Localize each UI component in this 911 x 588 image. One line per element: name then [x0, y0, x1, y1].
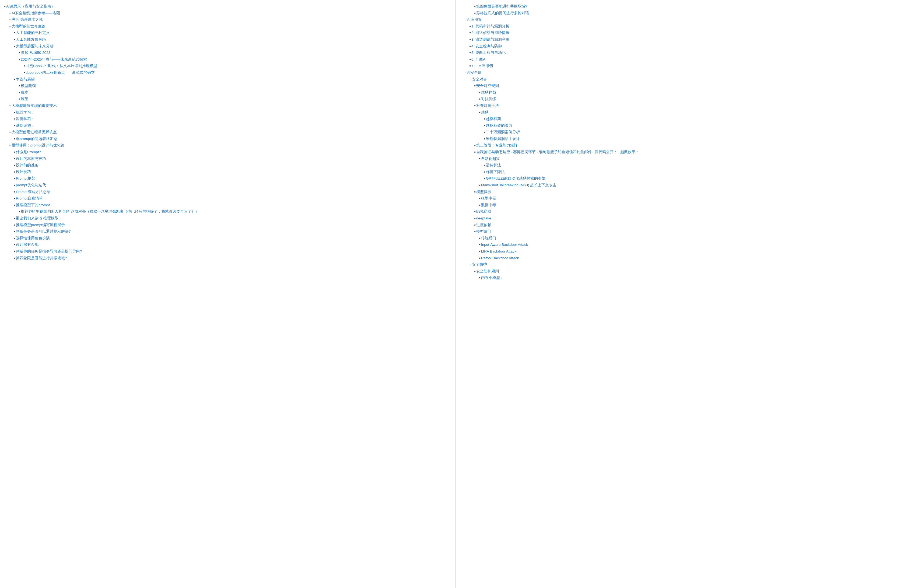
nav-link[interactable]: 第四象限是否能进行共振场域?	[476, 4, 527, 8]
nav-link[interactable]: 判断任务是否可以通过提示解决?	[16, 229, 71, 233]
nav-link[interactable]: 越狱框架	[486, 117, 501, 121]
nav-link[interactable]: 那么我们来谈谈 推理模型	[16, 216, 58, 220]
list-item[interactable]: ■ 基础设施：	[4, 123, 451, 129]
nav-link[interactable]: LIRA Backdoor Attack	[481, 249, 516, 254]
list-item[interactable]: ■ Many-shot Jailbreaking (MSJ) 超长上下文攻击	[460, 182, 907, 188]
nav-link[interactable]: 机器学习：	[16, 110, 35, 115]
nav-link[interactable]: 越狱	[481, 110, 489, 115]
nav-link[interactable]: 隐私窃取	[476, 210, 491, 213]
nav-link[interactable]: 推理模型下的prompt	[16, 203, 50, 207]
nav-link[interactable]: AI应用篇	[467, 18, 482, 21]
list-item[interactable]: ■ 安全对齐规则	[460, 82, 907, 89]
list-item[interactable]: ■ 自动化越狱	[460, 156, 907, 162]
list-item[interactable]: ■ 判断任务是否可以通过提示解决?	[4, 228, 451, 234]
list-item[interactable]: ■ 对抗训练	[460, 96, 907, 102]
nav-link[interactable]: 设计的本质与技巧	[16, 157, 46, 161]
nav-link[interactable]: 设计技巧	[16, 170, 31, 174]
list-item[interactable]: ■ 机器学习：	[4, 109, 451, 115]
nav-link[interactable]: prompt优化与迭代	[16, 183, 46, 187]
nav-link[interactable]: 推荐乔哈里视窗判断人机盲区 达成对齐（摘取一念星球张凯寓（他已经写的很好了，我就…	[21, 210, 199, 213]
nav-link[interactable]: 模型使用：prompt设计与优化篇	[11, 143, 65, 147]
list-item[interactable]: ■ 人工智能发展脉络：	[4, 36, 451, 42]
list-item[interactable]: ○ 大模型的前世今生篇	[4, 23, 451, 29]
list-item[interactable]: ■ 自我验证与动态响应 · 赛博挖洞环节 · 缅甸割腰子钓鱼短信和钓鱼邮件 · …	[460, 149, 907, 155]
list-item[interactable]: ■ Input-Aware Backdoor Attack	[460, 241, 907, 248]
list-item[interactable]: ■ 设计的本质与技巧	[4, 156, 451, 162]
list-item[interactable]: ■ AI迷思录（应用与安全指南）	[4, 3, 451, 10]
nav-link[interactable]: 展望	[21, 97, 28, 101]
nav-link[interactable]: 成本	[21, 90, 28, 95]
list-item[interactable]: ○ 安全对齐	[460, 76, 907, 82]
nav-link[interactable]: AI安全路线指南参考——洛熙	[11, 11, 60, 15]
nav-link[interactable]: Prompt框架	[16, 176, 35, 180]
list-item[interactable]: ■ Refool Backdoor Attack	[460, 255, 907, 261]
nav-link[interactable]: 2. 网络侦察与威胁情报	[472, 31, 509, 35]
list-item[interactable]: ■ LIRA Backdoor Attack	[460, 248, 907, 254]
nav-link[interactable]: 对抗训练	[481, 97, 496, 101]
list-item[interactable]: ■ 2. 网络侦察与威胁情报	[460, 30, 907, 36]
nav-link[interactable]: 序言-炼丹道术之说	[11, 18, 43, 21]
list-item[interactable]: ■ 过度依赖	[460, 222, 907, 228]
list-item[interactable]: ■ 米斯特漏洞助手设计	[460, 136, 907, 142]
list-item[interactable]: ■ 梯度下降法	[460, 169, 907, 175]
list-item[interactable]: ○ 大模型使用过程常见踩坑点	[4, 129, 451, 135]
list-item[interactable]: ■ GPTFUZZER自动化越狱探索的引擎	[460, 175, 907, 181]
nav-link[interactable]: 设计前的准备	[16, 163, 39, 167]
nav-link[interactable]: 3. 渗透测试与漏洞利用	[472, 37, 509, 42]
nav-link[interactable]: 设计留有余地	[16, 242, 39, 247]
list-item[interactable]: ■ 大模型起源与未来分析	[4, 43, 451, 49]
list-item[interactable]: ■ 那么我们来谈谈 推理模型	[4, 215, 451, 221]
list-item[interactable]: ○ 模型使用：prompt设计与优化篇	[4, 142, 451, 149]
nav-link[interactable]: 模型中毒	[481, 196, 496, 200]
nav-link[interactable]: 大模型的前世今生篇	[11, 24, 45, 28]
list-item[interactable]: ■ 推理模型prompt编写流程展示	[4, 222, 451, 228]
nav-link[interactable]: 大模型起源与未来分析	[16, 44, 53, 48]
nav-link[interactable]: Ai安全篇	[467, 71, 481, 74]
nav-link[interactable]: 安全防护规则	[476, 269, 499, 273]
list-item[interactable]: ■ 推理模型下的prompt	[4, 202, 451, 208]
list-item[interactable]: ■ Prompt框架	[4, 175, 451, 181]
nav-link[interactable]: 苏格拉底式的提问进行多轮对话	[476, 11, 529, 15]
nav-link[interactable]: 什么是Prompt?	[16, 150, 41, 154]
list-item[interactable]: ■ 设计留有余地	[4, 241, 451, 248]
list-item[interactable]: ■ 对齐对抗手法	[460, 103, 907, 109]
nav-link[interactable]: deep seek的工程创新点——新范式的确立	[26, 71, 95, 74]
list-item[interactable]: ■ 6. 厂商AI	[460, 56, 907, 63]
nav-link[interactable]: 米斯特漏洞助手设计	[486, 137, 520, 141]
list-item[interactable]: ■ 越狱框架	[460, 116, 907, 122]
nav-link[interactable]: 6. 厂商AI	[472, 57, 486, 61]
list-item[interactable]: ■ 非prompt的问题表格汇总	[4, 136, 451, 142]
nav-link[interactable]: 安全对齐	[472, 77, 487, 81]
nav-link[interactable]: 判断你的任务是指令导向还是提问导向?	[16, 249, 82, 254]
list-item[interactable]: ■ 传统后门	[460, 235, 907, 241]
list-item[interactable]: ○ AI应用篇	[460, 16, 907, 23]
nav-link[interactable]: 对齐对抗手法	[476, 103, 499, 108]
nav-link[interactable]: 安全对齐规则	[476, 84, 499, 88]
nav-link[interactable]: 安全防护	[472, 263, 487, 267]
list-item[interactable]: ■ 2024年-2025年春节——未来新范式探索	[4, 56, 451, 63]
list-item[interactable]: ■ 越狱拦截	[460, 89, 907, 95]
nav-link[interactable]: 越狱框架的潜力	[486, 124, 512, 128]
nav-link[interactable]: Input-Aware Backdoor Attack	[481, 242, 528, 247]
list-item[interactable]: ■ 越狱框架的潜力	[460, 123, 907, 129]
nav-link[interactable]: 内置小模型：	[481, 276, 504, 280]
list-item[interactable]: ○ AI安全路线指南参考——洛熙	[4, 10, 451, 16]
nav-link[interactable]: 遗传算法	[486, 163, 501, 167]
list-item[interactable]: ■ Prompt自查清单	[4, 195, 451, 201]
nav-link[interactable]: 传统后门	[481, 236, 496, 240]
list-item[interactable]: ■ 第四象限是否能进行共振场域?	[460, 3, 907, 10]
list-item[interactable]: ■ 设计前的准备	[4, 162, 451, 168]
list-item[interactable]: ■ 争议与展望	[4, 76, 451, 82]
list-item[interactable]: ■ 第四象限是否能进行共振场域?	[4, 255, 451, 261]
list-item[interactable]: ■ 遗传算法	[460, 162, 907, 168]
list-item[interactable]: ■ 安全防护规则	[460, 268, 907, 275]
list-item[interactable]: ■ Prompt编写方法总结	[4, 189, 451, 195]
list-item[interactable]: ○ 序言-炼丹道术之说	[4, 16, 451, 23]
list-item[interactable]: ■ deepfake	[460, 215, 907, 221]
nav-link[interactable]: Prompt自查清单	[16, 196, 43, 200]
list-item[interactable]: ■ 数据中毒	[460, 202, 907, 208]
nav-link[interactable]: 第二阶段：专业能力矩阵	[476, 143, 518, 147]
list-item[interactable]: ■ 什么是Prompt?	[4, 149, 451, 155]
nav-link[interactable]: 推理模型prompt编写流程展示	[16, 223, 65, 227]
nav-link[interactable]: 深度学习：	[16, 117, 35, 121]
